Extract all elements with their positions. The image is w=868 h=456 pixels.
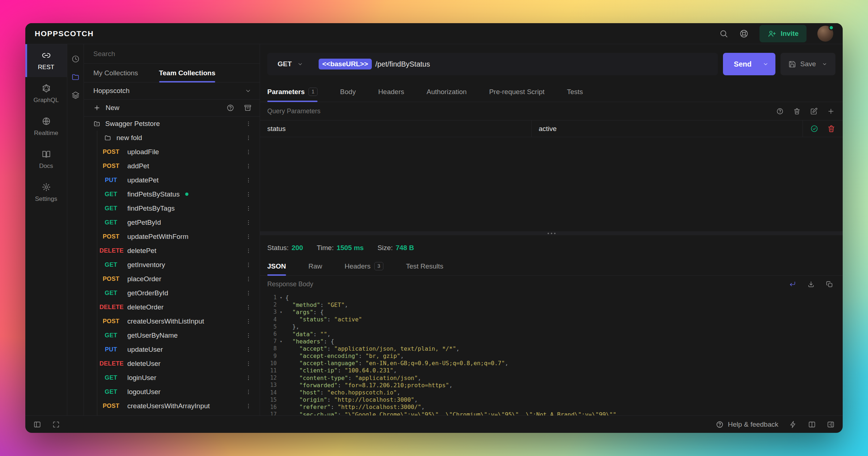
param-active-toggle[interactable]	[810, 124, 818, 133]
clock-icon	[71, 55, 80, 63]
help-icon[interactable]	[226, 104, 234, 112]
request-tab-pre-request-script[interactable]: Pre-request Script	[489, 82, 544, 102]
pane-resize-handle[interactable]	[260, 231, 843, 235]
response-body-code[interactable]: 1 ▾ { 2 "method": "GET", 3 ▾ "args": { 4…	[260, 292, 843, 415]
method-badge: DELETE	[99, 360, 123, 367]
import-export-icon[interactable]	[244, 104, 252, 112]
nav-item-graphql[interactable]: GraphQL	[25, 77, 67, 110]
folder-icon	[71, 73, 80, 81]
request-tab-authorization[interactable]: Authorization	[426, 82, 467, 102]
globe-icon	[42, 117, 51, 126]
url-input[interactable]: <<baseURL>> /pet/findByStatus	[314, 59, 430, 69]
request-item[interactable]: DELETE deletePet	[84, 244, 260, 258]
request-item[interactable]: PUT updatePet	[84, 173, 260, 187]
request-item[interactable]: POST createUsersWithListInput	[84, 314, 260, 328]
param-value-field[interactable]: active	[532, 121, 803, 137]
nav-item-docs[interactable]: Docs	[25, 143, 67, 176]
request-item[interactable]: PUT updateUser	[84, 342, 260, 356]
fold-toggle-icon[interactable]: ▾	[277, 339, 285, 344]
collections-tab-team[interactable]: Team Collections	[159, 64, 216, 82]
collection-folder[interactable]: Swagger Petstore	[84, 117, 260, 131]
response-meta-item: Size:748 B	[378, 244, 414, 252]
help-icon[interactable]	[776, 107, 784, 115]
search-icon[interactable]	[719, 29, 728, 38]
more-options-icon	[245, 389, 252, 395]
support-icon[interactable]	[739, 29, 749, 38]
graphql-icon	[42, 84, 51, 93]
subnav-item-history[interactable]	[71, 50, 80, 68]
collection-folder[interactable]: new fold	[84, 131, 260, 145]
request-item[interactable]: GET getInventory	[84, 258, 260, 272]
wrap-lines-icon[interactable]	[789, 280, 796, 288]
request-tab-tests[interactable]: Tests	[567, 82, 583, 102]
param-delete-button[interactable]	[827, 124, 835, 133]
method-badge: GET	[99, 332, 123, 339]
response-tab-test-results[interactable]: Test Results	[406, 257, 443, 275]
nav-item-settings[interactable]: Settings	[25, 176, 67, 209]
team-selector[interactable]: Hoppscotch	[84, 83, 260, 100]
link-icon	[42, 51, 51, 60]
expand-window-icon[interactable]	[52, 421, 60, 428]
request-item[interactable]: POST placeOrder	[84, 272, 260, 286]
response-tab-json[interactable]: JSON	[267, 257, 286, 275]
avatar[interactable]	[817, 26, 833, 42]
request-item[interactable]: POST addPet	[84, 159, 260, 173]
help-feedback-button[interactable]: Help & feedback	[716, 421, 778, 428]
request-item[interactable]: GET Untitled request	[84, 413, 260, 415]
request-item[interactable]: POST updatePetWithForm	[84, 229, 260, 244]
app-window: HOPPSCOTCH Invite REST GraphQL Realtime …	[25, 23, 843, 433]
column-layout-icon[interactable]	[808, 421, 816, 428]
request-tab-parameters[interactable]: Parameters1	[267, 82, 318, 102]
response-tab-headers[interactable]: Headers3	[345, 257, 384, 275]
copy-icon[interactable]	[826, 280, 833, 288]
clear-all-icon[interactable]	[793, 107, 801, 115]
invite-button[interactable]: Invite	[760, 25, 807, 42]
request-item[interactable]: DELETE deleteOrder	[84, 300, 260, 314]
request-item[interactable]: GET findPetsByStatus	[84, 187, 260, 201]
interceptor-icon[interactable]	[789, 421, 797, 428]
edit-icon[interactable]	[810, 107, 818, 115]
add-param-icon[interactable]	[827, 107, 835, 115]
send-button[interactable]: Send	[723, 53, 775, 75]
request-item[interactable]: POST createUsersWithArrayInput	[84, 399, 260, 413]
nav-item-rest[interactable]: REST	[25, 44, 67, 77]
subnav-item-collections[interactable]	[71, 68, 80, 86]
new-collection-button[interactable]: New	[93, 104, 119, 112]
request-tab-headers[interactable]: Headers	[378, 82, 404, 102]
request-item[interactable]: GET findPetsByTags	[84, 201, 260, 215]
nav-label: Settings	[35, 195, 57, 203]
request-item[interactable]: GET getUserByName	[84, 328, 260, 342]
request-item[interactable]: GET getOrderById	[84, 286, 260, 300]
tab-badge: 1	[309, 88, 318, 96]
fold-toggle-icon[interactable]: ▾	[277, 295, 285, 300]
more-options-icon	[245, 219, 252, 226]
subnav-item-environments[interactable]	[71, 86, 80, 104]
code-line: 13 "forwarded": "for=8.17.206.210;proto=…	[260, 381, 843, 389]
param-key-field[interactable]: status	[260, 121, 532, 137]
line-number: 7	[260, 338, 277, 345]
fold-toggle-icon[interactable]: ▾	[277, 310, 285, 314]
method-badge: PUT	[99, 177, 123, 183]
request-item[interactable]: POST uploadFile	[84, 145, 260, 159]
line-number: 14	[260, 389, 277, 396]
search-input[interactable]	[84, 50, 260, 58]
download-icon[interactable]	[807, 280, 815, 288]
save-button[interactable]: Save	[780, 53, 835, 75]
more-options-icon	[245, 135, 252, 141]
request-item[interactable]: GET loginUser	[84, 371, 260, 385]
more-options-icon	[245, 375, 252, 381]
method-select[interactable]: GET	[267, 60, 314, 68]
request-item[interactable]: DELETE deleteUser	[84, 356, 260, 371]
nav-item-realtime[interactable]: Realtime	[25, 110, 67, 143]
toggle-sidebar-icon[interactable]	[33, 421, 41, 428]
collapse-right-panel-icon[interactable]	[827, 421, 835, 428]
line-number: 2	[260, 301, 277, 308]
response-tab-raw[interactable]: Raw	[309, 257, 322, 275]
method-badge: POST	[99, 318, 123, 325]
collections-tab-my[interactable]: My Collections	[93, 64, 138, 82]
line-number: 1	[260, 294, 277, 301]
request-item[interactable]: GET getPetById	[84, 215, 260, 229]
request-item[interactable]: GET logoutUser	[84, 385, 260, 399]
request-tab-body[interactable]: Body	[340, 82, 356, 102]
more-options-icon	[245, 233, 252, 240]
